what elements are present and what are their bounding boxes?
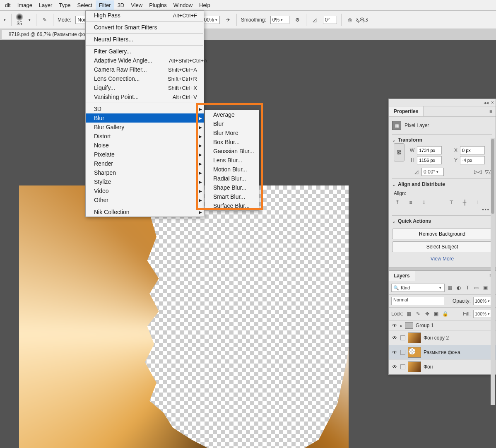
airbrush-icon[interactable]: ✈ <box>224 16 232 24</box>
align-left-icon[interactable]: ⤒ <box>394 200 401 205</box>
collapse-icon[interactable]: ◂◂ <box>484 100 489 106</box>
gear-icon[interactable]: ⚙ <box>294 16 302 24</box>
submenu-item-box-blur-[interactable]: Box Blur... <box>205 137 259 147</box>
layer-filter-select[interactable]: 🔍Kind▾ <box>391 284 445 292</box>
submenu-item-motion-blur-[interactable]: Motion Blur... <box>205 165 259 174</box>
menu-item-nik[interactable]: Nik Collection▶ <box>86 207 204 217</box>
menu-item-render[interactable]: Render▶ <box>86 159 204 168</box>
brush-preset[interactable]: 35 <box>16 13 23 26</box>
menu-item-camera-raw-filter-[interactable]: Camera Raw Filter...Shift+Ctrl+A <box>86 65 204 74</box>
menu-item-last-filter[interactable]: High PassAlt+Ctrl+F <box>86 11 204 20</box>
lock-move-icon[interactable]: ✥ <box>424 311 431 317</box>
menu-item-video[interactable]: Video▶ <box>86 186 204 195</box>
layer-row[interactable]: 👁▸Group 1 <box>389 320 496 331</box>
input-angle[interactable]: 0,00°▾ <box>421 168 444 176</box>
tool-dropdown-icon[interactable]: ▾ <box>2 18 7 22</box>
menu-item-noise[interactable]: Noise▶ <box>86 141 204 150</box>
layer-checkbox[interactable] <box>400 364 405 369</box>
close-icon[interactable]: × <box>491 100 494 106</box>
document-tab[interactable]: _8719.psd @ 66,7% (Размытие фон <box>2 30 95 39</box>
submenu-item-gaussian-blur-[interactable]: Gaussian Blur... <box>205 147 259 156</box>
submenu-item-blur[interactable]: Blur <box>205 119 259 128</box>
align-hcenter-icon[interactable]: ≡ <box>407 200 414 205</box>
visibility-icon[interactable]: 👁 <box>391 335 398 341</box>
menu-item-blur[interactable]: Blur▶ <box>86 113 204 123</box>
filter-smart-icon[interactable]: ▣ <box>482 285 489 291</box>
lock-trans-icon[interactable]: ▦ <box>406 311 412 317</box>
scrollbar[interactable] <box>491 138 495 405</box>
brush-panel-icon[interactable]: ✎ <box>41 16 49 24</box>
menu-image[interactable]: Image <box>14 0 36 10</box>
menu-window[interactable]: Window <box>170 0 196 10</box>
menu-item-3d[interactable]: 3D▶ <box>86 104 204 113</box>
menu-item-sharpen[interactable]: Sharpen▶ <box>86 168 204 177</box>
tab-properties[interactable]: Properties <box>389 106 424 116</box>
menu-filter[interactable]: Filter <box>96 0 114 10</box>
menu-3d[interactable]: 3D <box>114 0 128 10</box>
submenu-item-shape-blur-[interactable]: Shape Blur... <box>205 183 259 192</box>
submenu-item-blur-more[interactable]: Blur More <box>205 128 259 137</box>
menu-item-other[interactable]: Other▶ <box>86 195 204 205</box>
submenu-item-surface-blur-[interactable]: Surface Blur... <box>205 201 259 210</box>
layer-row[interactable]: 👁Размытие фона <box>389 345 496 360</box>
visibility-icon[interactable]: 👁 <box>391 349 398 355</box>
align-bottom-icon[interactable]: ⊥ <box>474 200 482 205</box>
submenu-item-average[interactable]: Average <box>205 110 259 119</box>
menu-item-filter-gallery-[interactable]: Filter Gallery... <box>86 47 204 56</box>
align-vcenter-icon[interactable]: ╫ <box>461 200 468 205</box>
lock-paint-icon[interactable]: ✎ <box>415 311 421 317</box>
section-transform[interactable]: ⌄Transform <box>392 134 492 145</box>
target-icon[interactable]: ◎ <box>346 16 354 24</box>
submenu-item-lens-blur-[interactable]: Lens Blur... <box>205 156 259 165</box>
angle-input[interactable]: 0° <box>323 16 337 24</box>
butterfly-icon[interactable]: Ƹ̵̡Ӝ̵̨̄Ʒ <box>358 16 366 24</box>
menu-item-vanishing-point-[interactable]: Vanishing Point...Alt+Ctrl+V <box>86 92 204 101</box>
input-height[interactable] <box>417 156 442 164</box>
filter-adjust-icon[interactable]: ◐ <box>455 285 462 291</box>
visibility-icon[interactable]: 👁 <box>391 364 398 370</box>
more-icon[interactable]: ••• <box>392 207 492 215</box>
align-right-icon[interactable]: ⤓ <box>420 200 428 205</box>
menu-dit[interactable]: dit <box>2 0 14 10</box>
view-more-link[interactable]: View More <box>392 254 492 265</box>
lock-artboard-icon[interactable]: ▣ <box>433 311 440 317</box>
menu-select[interactable]: Select <box>74 0 96 10</box>
blend-mode-select[interactable]: Normal <box>391 297 444 305</box>
remove-background-button[interactable]: Remove Background <box>392 229 492 239</box>
visibility-icon[interactable]: 👁 <box>391 323 398 328</box>
menu-item-distort[interactable]: Distort▶ <box>86 132 204 141</box>
submenu-item-radial-blur-[interactable]: Radial Blur... <box>205 174 259 183</box>
menu-layer[interactable]: Layer <box>36 0 56 10</box>
menu-item-convert-smart[interactable]: Convert for Smart Filters <box>86 23 204 32</box>
layer-row[interactable]: 👁Фон copy 2 <box>389 331 496 345</box>
flip-h-icon[interactable]: ▷◁ <box>474 169 482 175</box>
menu-plugins[interactable]: Plugins <box>146 0 170 10</box>
filter-shape-icon[interactable]: ▭ <box>473 285 480 291</box>
menu-item-liquify-[interactable]: Liquify...Shift+Ctrl+X <box>86 83 204 92</box>
menu-item-neural[interactable]: Neural Filters... <box>86 35 204 44</box>
lock-all-icon[interactable]: 🔒 <box>442 311 449 317</box>
layer-checkbox[interactable] <box>400 350 405 355</box>
menu-help[interactable]: Help <box>196 0 214 10</box>
submenu-item-smart-blur-[interactable]: Smart Blur... <box>205 192 259 201</box>
tab-layers[interactable]: Layers <box>389 271 415 281</box>
fill-input[interactable]: 100%▾ <box>473 310 493 318</box>
section-quick[interactable]: ⌄Quick Actions <box>392 215 492 226</box>
menu-item-adaptive-wide-angle-[interactable]: Adaptive Wide Angle...Alt+Shift+Ctrl+A <box>86 56 204 65</box>
menu-item-blur-gallery[interactable]: Blur Gallery▶ <box>86 123 204 132</box>
menu-type[interactable]: Type <box>55 0 74 10</box>
filter-type-icon[interactable]: T <box>464 285 471 291</box>
input-y[interactable] <box>460 156 485 164</box>
filter-pixel-icon[interactable]: ▦ <box>446 285 454 291</box>
select-subject-button[interactable]: Select Subject <box>392 241 492 252</box>
brush-dropdown-icon[interactable]: ▾ <box>27 18 32 22</box>
menu-item-lens-correction-[interactable]: Lens Correction...Shift+Ctrl+R <box>86 74 204 83</box>
menu-item-pixelate[interactable]: Pixelate▶ <box>86 150 204 159</box>
input-width[interactable] <box>417 146 442 154</box>
link-wh-icon[interactable]: ⛓ <box>394 143 405 161</box>
input-x[interactable] <box>460 146 485 154</box>
section-align[interactable]: ⌄Align and Distribute <box>392 178 492 190</box>
smoothing-input[interactable]: 0%▾ <box>270 16 289 24</box>
opacity-input[interactable]: 100%▾ <box>473 297 493 305</box>
canvas[interactable] <box>19 185 349 448</box>
